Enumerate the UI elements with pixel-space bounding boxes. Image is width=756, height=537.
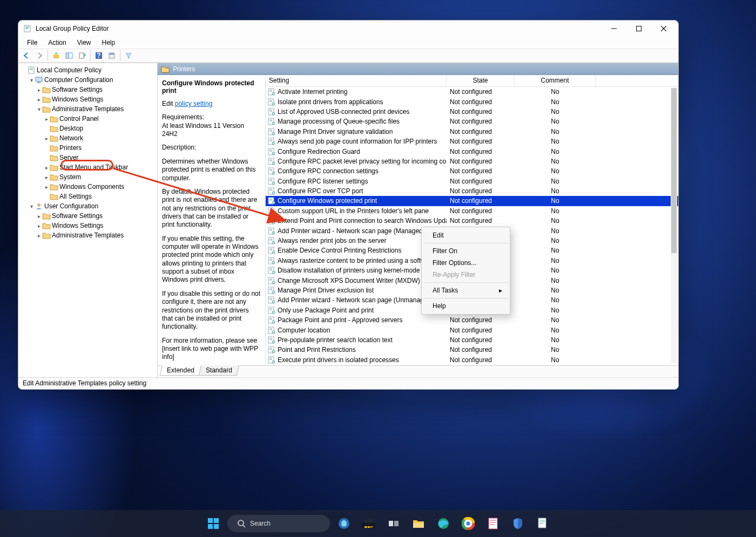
start-button[interactable]: [202, 513, 224, 534]
svg-rect-3: [25, 29, 28, 29]
annotation-oval-printers: [60, 160, 113, 171]
tree-admin-templates[interactable]: ▾Administrative Templates: [21, 104, 157, 114]
tree-software-settings[interactable]: ▸Software Settings: [21, 85, 157, 94]
minimize-button[interactable]: [602, 21, 626, 37]
tree-adm-windows-components[interactable]: ▸Windows Components: [21, 182, 157, 192]
menu-help[interactable]: Help: [97, 37, 121, 48]
col-setting[interactable]: Setting: [266, 75, 447, 86]
ctx-filter-options-[interactable]: Filter Options...: [422, 257, 510, 269]
scrollbar[interactable]: [671, 88, 677, 363]
up-level-button[interactable]: [50, 50, 62, 62]
file-explorer-icon[interactable]: [408, 513, 429, 534]
tree-adm-printers[interactable]: Printers: [21, 143, 157, 153]
list-row[interactable]: Configure Redirection GuardNot configure…: [266, 146, 678, 156]
tree-uc-software[interactable]: ▸Software Settings: [21, 211, 157, 221]
list-row[interactable]: Execute print drivers in isolated proces…: [266, 355, 678, 365]
list-row[interactable]: Always send job page count information f…: [266, 137, 678, 146]
svg-point-21: [37, 203, 40, 207]
ctx-filter-on[interactable]: Filter On: [422, 245, 510, 257]
copilot-icon[interactable]: [333, 513, 355, 534]
svg-point-97: [272, 271, 275, 274]
tree-uc-admtpl[interactable]: ▸Administrative Templates: [21, 230, 157, 240]
svg-rect-19: [36, 77, 42, 81]
list-row[interactable]: Pre-populate printer search location tex…: [266, 335, 678, 345]
svg-rect-145: [389, 521, 393, 526]
list-row[interactable]: Point and Print RestrictionsNot configur…: [266, 345, 678, 355]
list-row[interactable]: Configure RPC over TCP portNot configure…: [266, 186, 678, 196]
svg-text:PRE: PRE: [363, 522, 375, 529]
svg-rect-155: [489, 518, 497, 529]
list-row[interactable]: Custom support URL in the Printers folde…: [266, 206, 678, 216]
show-hide-tree-button[interactable]: [63, 50, 75, 62]
list-row[interactable]: Manage processing of Queue-specific file…: [266, 117, 678, 126]
notepad-icon[interactable]: [482, 513, 504, 534]
list-row[interactable]: Configure RPC packet level privacy setti…: [266, 157, 678, 166]
list-row[interactable]: Isolate print drivers from applicationsN…: [266, 97, 678, 106]
list-header[interactable]: Setting State Comment: [266, 75, 678, 87]
col-state[interactable]: State: [447, 75, 515, 86]
list-row[interactable]: Computer locationNot configuredNo: [266, 325, 678, 335]
svg-point-37: [272, 122, 275, 125]
tree-adm-system[interactable]: ▸System: [21, 172, 157, 182]
task-view-icon[interactable]: [383, 513, 404, 534]
chrome-icon[interactable]: [457, 513, 479, 534]
svg-rect-138: [214, 524, 219, 529]
settings-list[interactable]: Setting State Comment Activate Internet …: [266, 75, 678, 365]
col-comment[interactable]: Comment: [515, 75, 596, 86]
forward-button[interactable]: [33, 50, 45, 62]
tree-computer-config[interactable]: ▾Computer Configuration: [21, 75, 157, 85]
tree-adm-control-panel[interactable]: ▸Control Panel: [21, 114, 157, 124]
svg-point-53: [272, 162, 275, 165]
svg-point-113: [272, 311, 275, 314]
explorer-preview-icon[interactable]: PRE: [358, 513, 380, 534]
ctx-edit[interactable]: Edit: [422, 229, 510, 241]
svg-point-77: [272, 221, 275, 224]
security-icon[interactable]: [507, 513, 529, 534]
tree-adm-desktop[interactable]: Desktop: [21, 124, 157, 133]
list-row[interactable]: Configure Windows protected printNot con…: [266, 196, 678, 206]
svg-point-57: [272, 172, 275, 174]
tree-windows-settings[interactable]: ▸Windows Settings: [21, 94, 157, 104]
tree-pane[interactable]: Local Computer Policy▾Computer Configura…: [18, 63, 158, 377]
menu-file[interactable]: File: [22, 37, 43, 48]
gpedit-taskbar-icon[interactable]: [532, 513, 554, 534]
list-row[interactable]: Extend Point and Print connection to sea…: [266, 216, 678, 226]
tree-root-policy[interactable]: Local Computer Policy: [21, 65, 157, 75]
tree-user-config[interactable]: ▾User Configuration: [21, 201, 157, 211]
tree-adm-all-settings[interactable]: All Settings: [21, 192, 157, 201]
taskbar[interactable]: Search PRE: [0, 510, 756, 537]
help-button[interactable]: ?: [93, 50, 105, 62]
edit-policy-link[interactable]: policy setting: [175, 100, 212, 107]
scrollbar-thumb[interactable]: [671, 88, 677, 253]
tab-extended[interactable]: Extended: [160, 365, 201, 376]
close-button[interactable]: [651, 21, 676, 37]
export-list-button[interactable]: [76, 50, 88, 62]
svg-point-121: [272, 331, 275, 334]
list-row[interactable]: Activate Internet printingNot configured…: [266, 87, 678, 97]
properties-button[interactable]: [106, 50, 118, 62]
maximize-button[interactable]: [626, 21, 651, 37]
titlebar[interactable]: Local Group Policy Editor: [18, 21, 678, 37]
svg-rect-15: [110, 53, 114, 55]
edge-icon[interactable]: [433, 513, 454, 534]
svg-point-69: [272, 201, 275, 204]
tab-standard[interactable]: Standard: [199, 365, 239, 376]
menu-action[interactable]: Action: [43, 37, 71, 48]
taskbar-search[interactable]: Search: [227, 515, 330, 532]
list-row[interactable]: List of Approved USB-connected print dev…: [266, 107, 678, 117]
tree-adm-network[interactable]: ▸Network: [21, 133, 157, 143]
filter-button[interactable]: [123, 50, 134, 62]
window-title: Local Group Policy Editor: [36, 25, 109, 32]
list-row[interactable]: Manage Print Driver signature validation…: [266, 127, 678, 137]
ctx-help[interactable]: Help: [422, 300, 510, 312]
svg-point-73: [272, 212, 275, 214]
back-button[interactable]: [21, 50, 32, 62]
svg-rect-20: [37, 82, 40, 83]
tree-uc-windows[interactable]: ▸Windows Settings: [21, 221, 157, 230]
list-row[interactable]: Configure RPC connection settingsNot con…: [266, 166, 678, 176]
menu-view[interactable]: View: [72, 37, 97, 48]
ctx-all-tasks[interactable]: All Tasks▸: [422, 284, 510, 296]
list-row[interactable]: Configure RPC listener settingsNot confi…: [266, 176, 678, 186]
list-row[interactable]: Package Point and print - Approved serve…: [266, 315, 678, 325]
svg-rect-9: [66, 53, 69, 58]
